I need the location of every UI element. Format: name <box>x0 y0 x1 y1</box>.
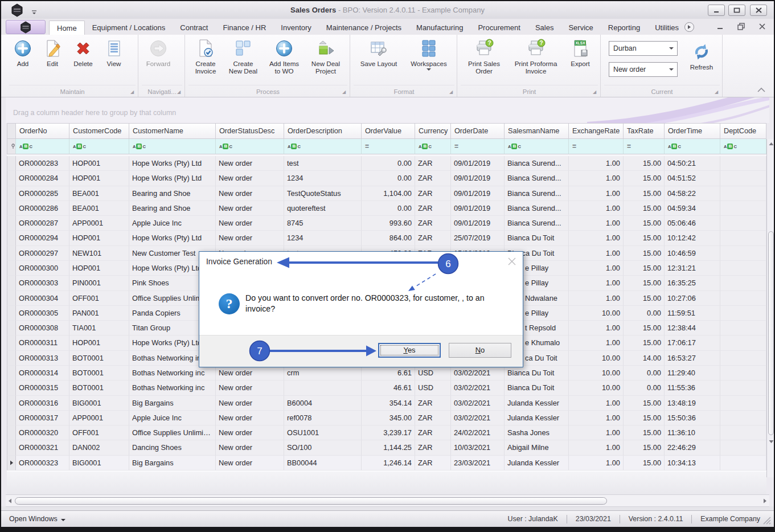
cell-orderno[interactable]: OR0000320 <box>16 425 69 440</box>
cell-salesmanname[interactable]: Bianca Du Toit <box>505 380 569 395</box>
column-header-orderdescription[interactable]: OrderDescription <box>284 123 362 139</box>
cell-taxrate[interactable]: 15.00 <box>624 171 665 186</box>
cell-orderdescription[interactable]: SO/100 <box>284 440 362 455</box>
tab-home[interactable]: Home <box>49 21 85 35</box>
cell-orderno[interactable]: OR0000317 <box>16 411 69 425</box>
filter-cell-customername[interactable]: ABC <box>129 139 216 154</box>
cell-orderstatusdesc[interactable]: New order <box>216 440 284 455</box>
edit-button[interactable]: Edit <box>38 36 67 84</box>
cell-currency[interactable]: ZAR <box>415 440 451 455</box>
order-row-OR0000286[interactable]: OR0000286BEA001Bearing and ShoeNew order… <box>7 201 766 216</box>
cell-orderstatusdesc[interactable]: New order <box>216 171 284 186</box>
tab-inventory[interactable]: Inventory <box>273 21 318 35</box>
cell-orderno[interactable]: OR0000303 <box>16 276 69 290</box>
cell-exchangerate[interactable]: 1.00 <box>569 186 624 201</box>
column-header-currency[interactable]: Currency <box>415 123 451 139</box>
cell-orderstatusdesc[interactable]: New order <box>216 216 284 231</box>
filter-cell-orderstatusdesc[interactable]: ABC <box>216 139 284 154</box>
cell-currency[interactable]: USD <box>415 380 451 395</box>
cell-orderdate[interactable]: 09/01/2019 <box>451 186 505 201</box>
export-button[interactable]: XLSXExport <box>563 36 597 84</box>
cell-ordervalue[interactable]: 1,144.25 <box>362 440 415 455</box>
cell-exchangerate[interactable]: 1.00 <box>569 171 624 186</box>
column-header-exchangerate[interactable]: ExchangeRate <box>569 123 624 139</box>
cell-taxrate[interactable]: 15.00 <box>624 246 665 261</box>
cell-customername[interactable]: Apple Juice Inc <box>129 411 216 425</box>
create-invoice-button[interactable]: Create Invoice <box>187 36 224 84</box>
cell-deptcode[interactable] <box>720 261 766 276</box>
cell-currency[interactable]: ZAR <box>415 216 451 231</box>
cell-orderno[interactable]: OR0000313 <box>16 351 69 366</box>
cell-deptcode[interactable] <box>720 246 766 261</box>
cell-salesmanname[interactable]: Bianca Surend... <box>505 216 569 231</box>
filter-cell-salesmanname[interactable]: ABC <box>505 139 569 154</box>
cell-orderno[interactable]: OR0000308 <box>16 321 69 335</box>
order-row-OR0000316[interactable]: OR0000316BIG0001Big BargainsNew orderB60… <box>7 396 766 411</box>
cell-customercode[interactable]: BEA001 <box>69 186 129 201</box>
order-row-OR0000294[interactable]: OR0000294HOP001Hope Works (Pty) LtdNew o… <box>7 231 766 245</box>
cell-deptcode[interactable] <box>720 201 766 216</box>
cell-customercode[interactable]: APP0001 <box>69 216 129 231</box>
cell-deptcode[interactable] <box>720 335 766 350</box>
cell-customername[interactable]: Bothas Networking inc <box>129 366 216 380</box>
cell-orderno[interactable]: OR0000304 <box>16 291 69 306</box>
cell-taxrate[interactable]: 15.00 <box>624 321 665 335</box>
cell-customername[interactable]: Hope Works (Pty) Ltd <box>129 156 216 171</box>
cell-deptcode[interactable] <box>720 171 766 186</box>
tab-manufacturing[interactable]: Manufacturing <box>409 21 470 35</box>
cell-orderno[interactable]: OR0000286 <box>16 201 69 216</box>
cell-customercode[interactable]: TIA001 <box>69 321 129 335</box>
cell-orderdescription[interactable]: BB00044 <box>284 456 362 470</box>
cell-customername[interactable]: Hope Works (Pty) Ltd <box>129 171 216 186</box>
cell-taxrate[interactable]: 15.00 <box>624 261 665 276</box>
column-header-ordertime[interactable]: OrderTime <box>665 123 720 139</box>
cell-currency[interactable]: ZAR <box>415 396 451 411</box>
tab-reporting[interactable]: Reporting <box>601 21 647 35</box>
vertical-scrollbar[interactable] <box>766 139 774 477</box>
maximize-button[interactable] <box>728 5 745 16</box>
cell-ordertime[interactable]: 04:59:34 <box>665 201 720 216</box>
cell-taxrate[interactable]: 15.00 <box>624 425 665 440</box>
dialog-launcher-icon[interactable]: ◢ <box>449 89 454 95</box>
cell-deptcode[interactable] <box>720 276 766 290</box>
cell-ordertime[interactable]: 15:50:36 <box>665 411 720 425</box>
cell-taxrate[interactable]: 0.00 <box>624 380 665 395</box>
column-header-orderno[interactable]: OrderNo <box>16 123 69 139</box>
order-row-OR0000285[interactable]: OR0000285BEA001Bearing and ShoeNew order… <box>7 186 766 201</box>
cell-ordervalue[interactable]: 993.60 <box>362 216 415 231</box>
cell-ordertime[interactable]: 10:27:06 <box>665 291 720 306</box>
cell-deptcode[interactable] <box>720 291 766 306</box>
cell-customername[interactable]: Apple Juice Inc <box>129 216 216 231</box>
tab-sales[interactable]: Sales <box>528 21 561 35</box>
cell-ordervalue[interactable]: 0.00 <box>362 201 415 216</box>
cell-ordertime[interactable]: 17:06:17 <box>665 335 720 350</box>
cell-exchangerate[interactable]: 1.00 <box>569 321 624 335</box>
cell-orderdate[interactable]: 25/07/2019 <box>451 231 505 245</box>
cell-orderno[interactable]: OR0000316 <box>16 396 69 411</box>
cell-customercode[interactable]: NEW101 <box>69 246 129 261</box>
cell-customername[interactable]: Dancing Shoes <box>129 440 216 455</box>
cell-orderdescription[interactable]: 8745 <box>284 216 362 231</box>
cell-deptcode[interactable] <box>720 440 766 455</box>
application-button[interactable] <box>6 20 46 34</box>
cell-ordertime[interactable]: 10:12:42 <box>665 231 720 245</box>
cell-taxrate[interactable]: 15.00 <box>624 216 665 231</box>
view-button[interactable]: View <box>99 36 129 84</box>
filter-cell-ordertime[interactable]: ABC <box>665 139 720 154</box>
cell-orderstatusdesc[interactable]: New order <box>216 231 284 245</box>
cell-ordervalue[interactable]: 1,246.14 <box>362 456 415 470</box>
cell-customercode[interactable]: BOT0001 <box>69 366 129 380</box>
cell-orderdate[interactable]: 09/01/2019 <box>451 201 505 216</box>
column-header-customername[interactable]: CustomerName <box>129 123 216 139</box>
cell-deptcode[interactable] <box>720 231 766 245</box>
cell-ordertime[interactable]: 10:34:13 <box>665 456 720 470</box>
cell-exchangerate[interactable]: 1.00 <box>569 276 624 290</box>
column-header-orderstatusdesc[interactable]: OrderStatusDesc <box>216 123 284 139</box>
cell-currency[interactable]: USD <box>415 366 451 380</box>
cell-customercode[interactable]: OFF001 <box>69 291 129 306</box>
cell-exchangerate[interactable]: 1.00 <box>569 156 624 171</box>
order-row-OR0000284[interactable]: OR0000284HOP001Hope Works (Pty) LtdNew o… <box>7 171 766 186</box>
add-button[interactable]: Add <box>8 36 38 84</box>
cell-taxrate[interactable]: 0.00 <box>624 366 665 380</box>
filter-cell-deptcode[interactable]: ABC <box>720 139 766 154</box>
